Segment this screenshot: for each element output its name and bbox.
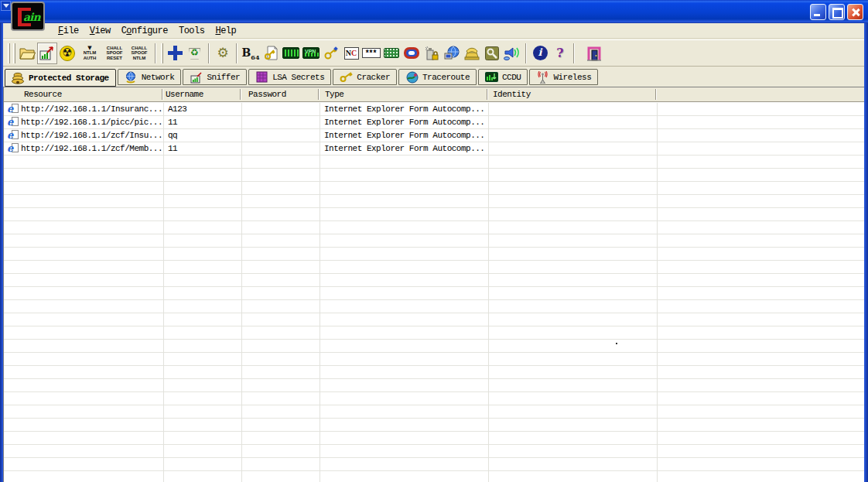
start-stop-sniffer-button[interactable] bbox=[37, 43, 57, 64]
exit-button[interactable] bbox=[584, 43, 604, 64]
help-button[interactable]: ? bbox=[550, 43, 570, 64]
cisco-vpn-decoder-button[interactable]: VPN bbox=[301, 43, 321, 64]
table-row[interactable]: e http://192.168.1.1/zcf/Memb... 11 Inte… bbox=[4, 142, 864, 156]
about-button[interactable]: i bbox=[530, 43, 550, 64]
column-header-resource[interactable]: Resource bbox=[24, 87, 160, 101]
wireless-key-button[interactable] bbox=[321, 43, 341, 64]
speaker-waves-icon bbox=[504, 46, 521, 60]
cell-resource[interactable]: http://192.168.1.1/Insuranc... bbox=[21, 103, 162, 116]
cell-type[interactable]: Internet Explorer Form Autocomp... bbox=[324, 129, 487, 142]
spray-lock-icon bbox=[425, 46, 439, 61]
column-header-identity[interactable]: Identity bbox=[493, 87, 651, 101]
password-revealer-button[interactable]: *** bbox=[361, 43, 381, 64]
minimize-button[interactable] bbox=[810, 4, 826, 20]
menu-tools[interactable]: Tools bbox=[173, 24, 210, 38]
tab-traceroute[interactable]: Traceroute bbox=[398, 69, 477, 85]
cell-password[interactable] bbox=[246, 129, 318, 142]
box-revealer-button[interactable] bbox=[502, 43, 522, 64]
menu-configure[interactable]: Configure bbox=[116, 24, 173, 38]
toolbar-grip[interactable] bbox=[8, 43, 10, 63]
cell-identity[interactable] bbox=[493, 142, 655, 156]
toolbar-grip[interactable] bbox=[13, 43, 15, 63]
recycle-bin-icon: ♻ bbox=[187, 46, 203, 61]
chall-spoof-ntlm-button[interactable]: CHALLSPOOFNTLM bbox=[127, 43, 152, 64]
menu-bar: File View Configure Tools Help bbox=[3, 23, 864, 39]
window-border-right bbox=[864, 23, 868, 482]
triangle-down-icon bbox=[3, 4, 9, 8]
column-resizer[interactable] bbox=[162, 89, 163, 100]
column-header-password[interactable]: Password bbox=[248, 87, 316, 101]
configure-button[interactable]: ⚙ bbox=[213, 43, 233, 64]
cisco-config-button[interactable]: NC bbox=[341, 43, 361, 64]
maximize-button[interactable] bbox=[829, 4, 845, 20]
column-resizer[interactable] bbox=[655, 89, 657, 100]
remove-button[interactable]: ♻ bbox=[185, 43, 205, 64]
column-resizer[interactable] bbox=[240, 89, 241, 100]
cell-type[interactable]: Internet Explorer Form Autocomp... bbox=[324, 142, 487, 156]
sniffer-card-icon bbox=[190, 71, 203, 84]
access-database-decoder-button[interactable] bbox=[261, 43, 281, 64]
cell-resource[interactable]: http://192.168.1.1/picc/pic... bbox=[21, 116, 162, 129]
close-button[interactable] bbox=[847, 4, 863, 20]
column-resizer[interactable] bbox=[487, 89, 488, 100]
toolbar-grip[interactable] bbox=[161, 43, 163, 63]
toolbar-separator bbox=[236, 43, 238, 63]
add-to-list-button[interactable] bbox=[165, 43, 185, 64]
menu-view[interactable]: View bbox=[84, 24, 116, 38]
asterisks-box-icon: *** bbox=[362, 48, 381, 58]
cell-password[interactable] bbox=[246, 103, 318, 116]
cisco-type7-decoder-button[interactable] bbox=[281, 43, 301, 64]
remote-desktop-decoder-button[interactable] bbox=[381, 43, 402, 64]
cell-username[interactable]: 11 bbox=[168, 116, 240, 129]
gear-icon: ⚙ bbox=[217, 46, 228, 60]
open-file-button[interactable] bbox=[17, 43, 37, 64]
column-header-username[interactable]: Username bbox=[166, 87, 238, 101]
dialer-button[interactable] bbox=[462, 43, 482, 64]
menu-help[interactable]: Help bbox=[210, 24, 241, 38]
cell-username[interactable]: 11 bbox=[168, 142, 240, 156]
grid-line-vertical bbox=[488, 103, 489, 482]
tab-cracker[interactable]: Cracker bbox=[333, 69, 397, 85]
cell-identity[interactable] bbox=[493, 116, 655, 129]
enterprise-manager-decoder-button[interactable] bbox=[402, 43, 422, 64]
tab-lsa-secrets[interactable]: LSA Secrets bbox=[248, 69, 331, 85]
tab-ccdu[interactable]: CCDU bbox=[478, 69, 528, 85]
cell-type[interactable]: Internet Explorer Form Autocomp... bbox=[324, 116, 487, 129]
tab-network[interactable]: Network bbox=[118, 69, 182, 85]
chall-spoof-reset-button[interactable]: CHALLSPOOFRESET bbox=[102, 43, 127, 64]
cell-identity[interactable] bbox=[493, 129, 655, 142]
start-stop-apr-button[interactable]: ☢ bbox=[57, 43, 77, 64]
tab-sniffer[interactable]: Sniffer bbox=[183, 69, 247, 85]
cell-identity[interactable] bbox=[493, 103, 655, 116]
ntlm-auth-icon: ▼NTLMAUTH bbox=[78, 46, 101, 60]
column-resizer[interactable] bbox=[318, 89, 320, 100]
toolbar-separator bbox=[573, 43, 575, 63]
cell-type[interactable]: Internet Explorer Form Autocomp... bbox=[324, 103, 487, 116]
table-row[interactable]: e http://192.168.1.1/zcf/Insu... qq Inte… bbox=[4, 129, 864, 142]
cell-resource[interactable]: http://192.168.1.1/zcf/Memb... bbox=[21, 142, 162, 156]
menu-file[interactable]: File bbox=[53, 24, 84, 38]
list-body[interactable]: e http://192.168.1.1/Insuranc... A123 In… bbox=[4, 103, 864, 482]
tab-label: CCDU bbox=[502, 73, 521, 82]
cell-resource[interactable]: http://192.168.1.1/zcf/Insu... bbox=[21, 129, 162, 142]
table-row[interactable]: e http://192.168.1.1/Insuranc... A123 In… bbox=[4, 103, 864, 116]
wireless-zero-config-button[interactable] bbox=[482, 43, 502, 64]
base64-decoder-button[interactable]: B64 bbox=[241, 43, 261, 64]
table-row[interactable]: e http://192.168.1.1/picc/pic... 11 Inte… bbox=[4, 116, 864, 129]
column-header-type[interactable]: Type bbox=[325, 87, 484, 101]
ntlm-auth-button[interactable]: ▼NTLMAUTH bbox=[77, 43, 102, 64]
cell-password[interactable] bbox=[246, 142, 318, 156]
cell-username[interactable]: qq bbox=[168, 129, 240, 142]
cell-username[interactable]: A123 bbox=[168, 103, 240, 116]
protected-storage-list: Resource Username Password Type Identity… bbox=[3, 87, 864, 482]
tab-protected-storage[interactable]: Protected Storage bbox=[5, 69, 116, 87]
rsa-token-button[interactable] bbox=[442, 43, 462, 64]
column-header-blank[interactable] bbox=[661, 87, 816, 101]
window-menu-icon[interactable] bbox=[1, 1, 11, 11]
hash-calculator-button[interactable] bbox=[422, 43, 442, 64]
tab-wireless[interactable]: Wireless bbox=[529, 69, 598, 85]
open-folder-icon bbox=[19, 47, 36, 60]
internet-explorer-icon: e bbox=[7, 130, 19, 141]
cell-password[interactable] bbox=[246, 116, 318, 129]
titlebar[interactable] bbox=[0, 0, 868, 23]
